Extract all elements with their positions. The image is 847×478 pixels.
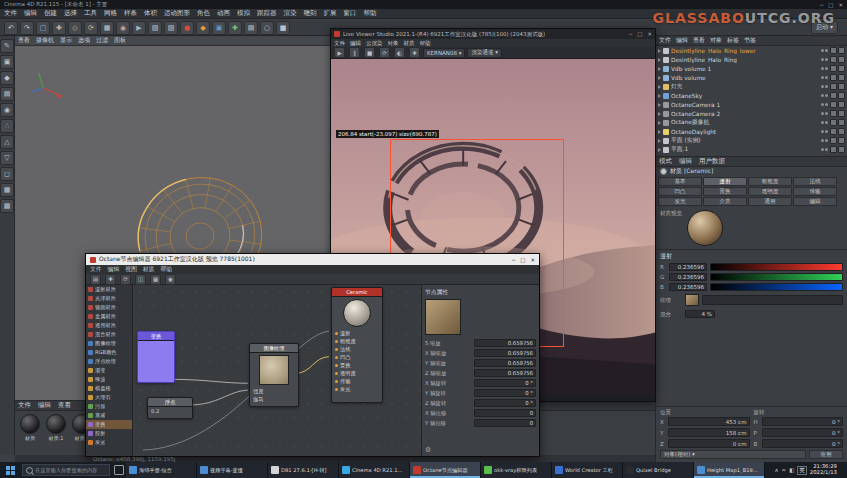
expand-arrow-icon[interactable] [658, 85, 661, 89]
material-channel-tab[interactable]: 编辑 [793, 197, 837, 206]
material-sphere[interactable] [20, 414, 40, 434]
gear-icon[interactable]: ⚙ [425, 446, 431, 454]
expand-arrow-icon[interactable] [658, 58, 661, 62]
toolbar-icon[interactable]: ⟳ [84, 21, 98, 35]
object-row[interactable]: 灯光 [656, 82, 847, 91]
node-pin[interactable] [335, 356, 338, 359]
toolbar-icon[interactable]: ◇ [68, 21, 82, 35]
toolbar-icon[interactable]: ▤ [0, 87, 14, 101]
menu-item[interactable]: 用户数据 [699, 157, 725, 166]
object-label[interactable]: OctaneCamera 2 [671, 111, 819, 117]
toolbar-icon[interactable]: ‖ [349, 47, 360, 58]
texture-path-field[interactable] [702, 295, 843, 305]
object-label[interactable]: OctaneCamera 1 [671, 102, 819, 108]
visibility-dots[interactable] [821, 121, 828, 124]
live-viewer-titlebar[interactable]: Live Viewer Studio 2021.1-(R4) 6921工作室汉化… [331, 29, 655, 39]
mix-value[interactable]: 4 % [685, 310, 715, 318]
taskbar-app[interactable]: 海绵手册-综合 [126, 462, 197, 478]
menu-item[interactable]: 视图 [125, 265, 137, 274]
toolbar-icon[interactable]: ◐ [394, 47, 405, 58]
float-node[interactable]: 浮点 0.2 [147, 397, 193, 419]
menu-item[interactable]: 扩展 [324, 9, 337, 18]
visibility-dots[interactable] [821, 94, 828, 97]
object-tags[interactable] [830, 110, 845, 117]
close-button[interactable]: ✕ [838, 2, 843, 8]
menu-item[interactable]: 云渲染 [366, 40, 383, 47]
menu-item[interactable]: 动画 [217, 9, 230, 18]
toolbar-icon[interactable]: ✚ [105, 274, 116, 285]
toolbar-icon[interactable]: ● [180, 21, 194, 35]
menu-item[interactable]: 查看 [18, 36, 30, 45]
toolbar-icon[interactable]: ▧ [148, 21, 162, 35]
channel-value[interactable]: 0.236596 [669, 263, 707, 271]
toolbar-icon[interactable]: ◉ [116, 21, 130, 35]
menu-item[interactable]: 文件 [334, 40, 345, 47]
menu-item[interactable]: 编辑 [350, 40, 361, 47]
menu-item[interactable]: 编辑 [679, 157, 692, 166]
toolbar-icon[interactable]: ▨ [164, 21, 178, 35]
menu-item[interactable]: 帮助 [420, 40, 431, 47]
toolbar-icon[interactable]: ↷ [20, 21, 34, 35]
object-label[interactable]: Desintlyline_Halo_Ring_lower [671, 48, 819, 54]
menu-item[interactable]: 文件 [659, 36, 671, 45]
taskbar-app[interactable]: Octane节点编辑器 [410, 462, 481, 478]
object-label[interactable]: Desintlyline_Halo_Ring [671, 57, 819, 63]
network-icon[interactable]: ≈ [782, 467, 787, 473]
node-palette-item[interactable]: 金属材质 [86, 312, 132, 321]
visibility-dots[interactable] [821, 103, 828, 106]
node-palette-item[interactable]: 大理石 [86, 393, 132, 402]
menu-item[interactable]: 选项 [78, 36, 90, 45]
task-view-button[interactable] [112, 462, 126, 478]
ne-minimize-button[interactable]: ─ [512, 257, 515, 263]
transform-node[interactable]: 变换 [137, 331, 175, 383]
menu-item[interactable]: 渲染 [284, 9, 297, 18]
toolbar-icon[interactable]: ▶ [132, 21, 146, 35]
volume-icon[interactable]: ◧ [789, 467, 794, 473]
material-channel-tab[interactable]: 法线 [793, 177, 837, 186]
menu-item[interactable]: 过滤 [96, 36, 108, 45]
coordinate-value[interactable]: 0 cm [668, 439, 750, 448]
material-channel-tab[interactable]: 通用 [748, 197, 792, 206]
node-pin[interactable] [335, 340, 338, 343]
node-graph[interactable]: 变换 浮点 0.2 图像纹理 强度 伽马 Ceramic 漫射 [133, 285, 421, 456]
param-value[interactable]: 0 ° [474, 379, 536, 387]
material-channel-tab[interactable]: 传输 [793, 187, 837, 196]
object-row[interactable]: OctaneCamera 1 [656, 100, 847, 109]
menu-item[interactable]: 编辑 [676, 36, 688, 45]
toolbar-icon[interactable]: ▦ [150, 274, 161, 285]
object-tags[interactable] [830, 128, 845, 135]
coordinate-space-dropdown[interactable]: 对象(相对) ▾ [660, 450, 806, 459]
material-channel-tab[interactable]: 发光 [658, 197, 702, 206]
menu-item[interactable]: 面板 [114, 36, 126, 45]
menu-item[interactable]: 雕刻 [304, 9, 317, 18]
expand-arrow-icon[interactable] [658, 94, 661, 98]
menu-item[interactable]: 模拟 [237, 9, 250, 18]
node-palette-item[interactable]: 漫射材质 [86, 285, 132, 294]
param-value[interactable]: 0 ° [474, 389, 536, 397]
node-palette-item[interactable]: 棋盘格 [86, 384, 132, 393]
toolbar-icon[interactable]: ∴ [0, 119, 14, 133]
menu-item[interactable]: 跟踪器 [257, 9, 277, 18]
node-palette-item[interactable]: 光泽材质 [86, 294, 132, 303]
object-label[interactable]: 平面.1 [671, 145, 819, 154]
node-palette-item[interactable]: 渐变 [86, 366, 132, 375]
param-value[interactable]: 0.659756 [474, 369, 536, 377]
octane-node-editor-window[interactable]: Octane节点编辑器 6921工作室汉化版 预览 7785(1001) ─ □… [85, 253, 540, 457]
menu-item[interactable]: 样条 [124, 9, 137, 18]
object-tags[interactable] [830, 65, 845, 72]
taskbar-search[interactable]: 在这里输入你要搜索的内容 [22, 464, 110, 476]
menu-item[interactable]: 文件 [18, 401, 31, 410]
params-texture-preview[interactable] [425, 299, 461, 335]
ne-maximize-button[interactable]: □ [520, 257, 525, 263]
node-input-row[interactable]: 粗糙度 [332, 337, 382, 345]
toolbar-icon[interactable]: ▤ [90, 274, 101, 285]
node-palette-item[interactable]: 发光 [86, 438, 132, 447]
toolbar-icon[interactable]: ▢ [36, 21, 50, 35]
taskbar-app[interactable]: D81 27.6.1-[H-转] [268, 462, 339, 478]
object-label[interactable]: Vdb volume 1 [671, 66, 819, 72]
expand-arrow-icon[interactable] [658, 67, 661, 71]
input-language-indicator[interactable]: 英 [797, 466, 807, 475]
node-palette-item[interactable]: 混合材质 [86, 330, 132, 339]
camera-dropdown[interactable]: KERNAN08 ▾ [423, 48, 465, 58]
object-tags[interactable] [830, 92, 845, 99]
